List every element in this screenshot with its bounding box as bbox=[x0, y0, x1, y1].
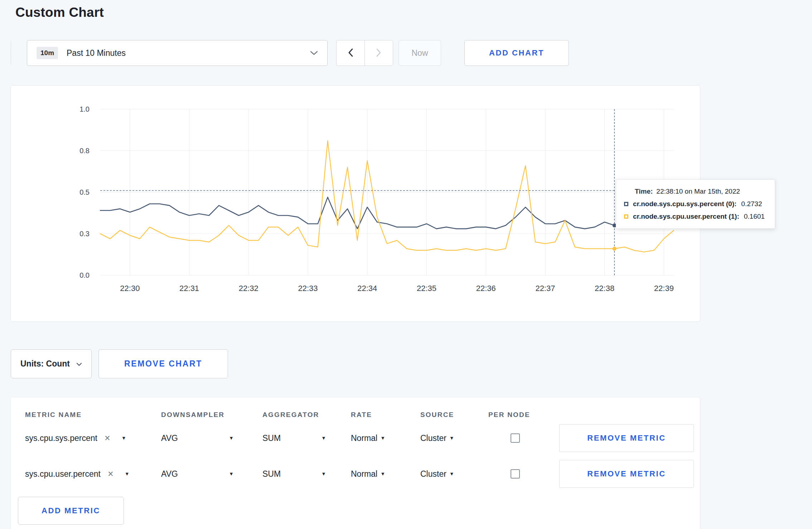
x-tick-label: 22:37 bbox=[535, 284, 555, 293]
col-header-per-node: PER NODE bbox=[488, 411, 559, 419]
tooltip-series-label: cr.node.sys.cpu.sys.percent (0): bbox=[633, 200, 736, 208]
y-tick-label: 1.0 bbox=[79, 105, 90, 113]
units-select[interactable]: Units: Count bbox=[11, 349, 92, 378]
downsampler-value: AVG bbox=[161, 469, 178, 479]
remove-metric-button[interactable]: REMOVE METRIC bbox=[559, 460, 694, 488]
tooltip-series-value: 0.2732 bbox=[741, 200, 762, 208]
chart-tooltip: Time:22:38:10 on Mar 15th, 2022 cr.node.… bbox=[616, 179, 775, 229]
caret-down-icon: ▾ bbox=[322, 435, 325, 441]
x-tick-label: 22:32 bbox=[239, 284, 258, 293]
aggregator-value: SUM bbox=[262, 433, 281, 443]
time-nav-group bbox=[336, 40, 393, 66]
chevron-down-icon bbox=[76, 359, 82, 369]
caret-down-icon[interactable]: ▾ bbox=[126, 471, 129, 477]
series-swatch-user-icon bbox=[624, 214, 628, 219]
source-select[interactable]: Cluster ▾ bbox=[420, 469, 488, 479]
x-tick-label: 22:30 bbox=[120, 284, 140, 293]
y-tick-label: 0.8 bbox=[79, 147, 90, 155]
caret-down-icon: ▾ bbox=[230, 435, 233, 441]
caret-down-icon: ▾ bbox=[381, 435, 384, 441]
col-header-metric-name: METRIC NAME bbox=[25, 411, 161, 419]
series-line-1 bbox=[100, 141, 674, 252]
tooltip-series-label: cr.node.sys.cpu.user.percent (1): bbox=[633, 213, 739, 220]
caret-down-icon: ▾ bbox=[450, 471, 453, 477]
remove-metric-button[interactable]: REMOVE METRIC bbox=[559, 424, 694, 452]
chart-plot[interactable]: 0.00.30.50.81.022:3022:3122:3222:3322:34… bbox=[11, 86, 700, 321]
rate-select[interactable]: Normal ▾ bbox=[351, 469, 420, 479]
rate-value: Normal bbox=[351, 433, 377, 443]
caret-down-icon: ▾ bbox=[322, 471, 325, 477]
metrics-table: METRIC NAME DOWNSAMPLER AGGREGATOR RATE … bbox=[10, 397, 700, 529]
caret-down-icon: ▾ bbox=[230, 471, 233, 477]
per-node-checkbox[interactable] bbox=[511, 433, 520, 443]
downsampler-select[interactable]: AVG ▾ bbox=[161, 469, 233, 479]
downsampler-select[interactable]: AVG ▾ bbox=[161, 433, 233, 443]
y-tick-label: 0.5 bbox=[79, 188, 90, 196]
y-tick-label: 0.0 bbox=[79, 271, 90, 279]
add-chart-button[interactable]: ADD CHART bbox=[464, 40, 569, 66]
toolbar-divider bbox=[11, 41, 11, 65]
x-tick-label: 22:34 bbox=[357, 284, 377, 293]
rate-value: Normal bbox=[351, 469, 377, 479]
source-value: Cluster bbox=[420, 469, 446, 479]
caret-down-icon: ▾ bbox=[381, 471, 384, 477]
tooltip-series-row: cr.node.sys.cpu.user.percent (1): 0.1601 bbox=[624, 213, 765, 220]
source-value: Cluster bbox=[420, 433, 446, 443]
caret-down-icon[interactable]: ▾ bbox=[122, 435, 125, 441]
col-header-aggregator: AGGREGATOR bbox=[262, 411, 351, 419]
col-header-downsampler: DOWNSAMPLER bbox=[161, 411, 262, 419]
crosshair-dot bbox=[613, 247, 617, 251]
x-tick-label: 22:33 bbox=[298, 284, 318, 293]
time-range-label: Past 10 Minutes bbox=[67, 48, 126, 58]
metric-name-value: sys.cpu.sys.percent bbox=[25, 433, 97, 443]
caret-down-icon: ▾ bbox=[450, 435, 453, 441]
chevron-down-icon bbox=[310, 50, 318, 55]
x-tick-label: 22:31 bbox=[179, 284, 199, 293]
prev-range-button[interactable] bbox=[336, 40, 365, 66]
rate-select[interactable]: Normal ▾ bbox=[351, 433, 420, 443]
units-row: Units: Count REMOVE CHART bbox=[11, 349, 812, 378]
source-select[interactable]: Cluster ▾ bbox=[420, 433, 488, 443]
now-button[interactable]: Now bbox=[398, 40, 441, 66]
toolbar: 10m Past 10 Minutes Now ADD CHART bbox=[11, 40, 812, 66]
x-tick-label: 22:35 bbox=[417, 284, 436, 293]
table-row: sys.cpu.user.percent × ▾ AVG ▾ SUM ▾ Nor… bbox=[11, 457, 700, 490]
x-tick-label: 22:36 bbox=[476, 284, 496, 293]
aggregator-value: SUM bbox=[262, 469, 281, 479]
clear-metric-icon[interactable]: × bbox=[105, 433, 110, 443]
aggregator-select[interactable]: SUM ▾ bbox=[262, 469, 325, 479]
series-swatch-sys-icon bbox=[624, 202, 628, 206]
page-title: Custom Chart bbox=[15, 5, 812, 20]
metric-name-value: sys.cpu.user.percent bbox=[25, 469, 101, 479]
x-tick-label: 22:39 bbox=[654, 284, 674, 293]
custom-chart-page: Custom Chart 10m Past 10 Minutes Now bbox=[0, 5, 812, 529]
next-range-button[interactable] bbox=[364, 40, 393, 66]
remove-chart-button[interactable]: REMOVE CHART bbox=[98, 349, 228, 378]
time-range-select[interactable]: 10m Past 10 Minutes bbox=[27, 40, 328, 66]
aggregator-select[interactable]: SUM ▾ bbox=[262, 433, 325, 443]
table-row: sys.cpu.sys.percent × ▾ AVG ▾ SUM ▾ Norm… bbox=[11, 422, 700, 455]
chevron-right-icon bbox=[376, 48, 382, 58]
downsampler-value: AVG bbox=[161, 433, 178, 443]
metric-name-select[interactable]: sys.cpu.user.percent × ▾ bbox=[25, 469, 161, 479]
col-header-rate: RATE bbox=[351, 411, 420, 419]
metrics-table-header: METRIC NAME DOWNSAMPLER AGGREGATOR RATE … bbox=[11, 397, 700, 419]
tooltip-time-value: 22:38:10 on Mar 15th, 2022 bbox=[656, 188, 740, 195]
units-label: Units: Count bbox=[20, 359, 70, 369]
tooltip-time-row: Time:22:38:10 on Mar 15th, 2022 bbox=[624, 188, 765, 195]
per-node-checkbox[interactable] bbox=[511, 469, 520, 479]
series-line-0 bbox=[100, 197, 674, 229]
clear-metric-icon[interactable]: × bbox=[108, 469, 113, 479]
chart-card: 0.00.30.50.81.022:3022:3122:3222:3322:34… bbox=[10, 85, 700, 322]
add-metric-button[interactable]: ADD METRIC bbox=[18, 497, 124, 525]
y-tick-label: 0.3 bbox=[79, 230, 90, 238]
tooltip-series-value: 0.1601 bbox=[744, 213, 765, 220]
time-range-badge: 10m bbox=[37, 47, 58, 59]
metric-name-select[interactable]: sys.cpu.sys.percent × ▾ bbox=[25, 433, 161, 443]
col-header-source: SOURCE bbox=[420, 411, 488, 419]
x-tick-label: 22:38 bbox=[595, 284, 614, 293]
tooltip-series-row: cr.node.sys.cpu.sys.percent (0): 0.2732 bbox=[624, 200, 765, 208]
chevron-left-icon bbox=[348, 48, 353, 58]
tooltip-time-label: Time: bbox=[635, 188, 653, 195]
